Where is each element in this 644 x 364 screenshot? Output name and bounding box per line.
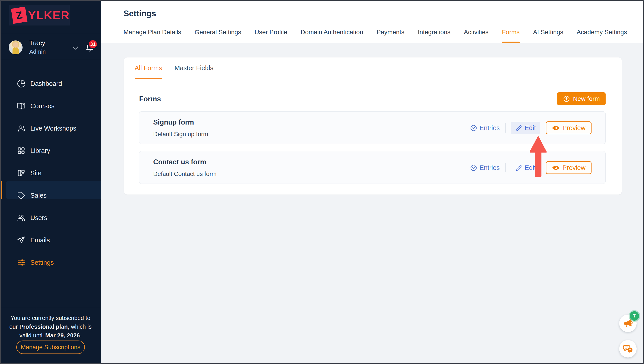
tab-integrations[interactable]: Integrations (418, 0, 450, 43)
subscription-text: You are currently subscribed to our Prof… (7, 314, 94, 340)
tab-forms[interactable]: Forms (502, 0, 520, 43)
forms-subtab-bar: All Forms Master Fields (124, 58, 622, 79)
sidebar-item-users[interactable]: Users (0, 207, 101, 229)
users-icon (17, 214, 26, 222)
form-title: Signup form (153, 118, 194, 126)
sidebar-item-sales[interactable]: Sales (0, 184, 101, 207)
entries-button[interactable]: Entries (470, 124, 500, 132)
annotation-arrow-up (528, 136, 548, 177)
paper-plane-icon (17, 236, 26, 244)
sidebar-item-emails[interactable]: Emails (0, 229, 101, 251)
book-open-icon (17, 102, 26, 110)
sidebar-item-courses[interactable]: Courses (0, 95, 101, 117)
pencil-icon (516, 124, 522, 131)
subscription-panel: You are currently subscribed to our Prof… (0, 308, 101, 364)
tag-icon (17, 191, 26, 200)
divider (505, 123, 506, 133)
check-circle-icon (470, 124, 477, 131)
tab-user-profile[interactable]: User Profile (254, 0, 287, 43)
tab-manage-plan-details[interactable]: Manage Plan Details (124, 0, 181, 43)
people-group-icon (17, 124, 26, 133)
logo-wordmark: YLKER (28, 9, 70, 22)
svg-text:?: ? (629, 348, 631, 352)
eye-icon (552, 124, 560, 131)
tab-domain-authentication[interactable]: Domain Authentication (300, 0, 363, 43)
entries-button[interactable]: Entries (470, 164, 500, 171)
sliders-icon (17, 258, 26, 267)
tab-academy-settings[interactable]: Academy Settings (576, 0, 627, 43)
form-subtitle: Default Contact us form (153, 170, 216, 177)
user-avatar[interactable] (9, 41, 22, 54)
preview-button[interactable]: Preview (546, 161, 592, 174)
sidebar: Z YLKER Tracy Admin 31 Dashboard Courses… (0, 0, 101, 364)
chevron-down-icon[interactable] (72, 44, 80, 51)
tab-payments[interactable]: Payments (376, 0, 404, 43)
sidebar-item-settings[interactable]: Settings (0, 251, 101, 274)
check-circle-icon (470, 164, 477, 171)
logo-z-letter: Z (15, 9, 23, 22)
tab-activities[interactable]: Activities (464, 0, 488, 43)
user-name: Tracy (29, 39, 45, 47)
zylker-logo: Z YLKER (10, 5, 70, 26)
sidebar-item-live-workshops[interactable]: Live Workshops (0, 117, 101, 139)
new-form-label: New form (573, 95, 600, 102)
edit-button[interactable]: Edit (511, 122, 540, 134)
form-subtitle: Default Sign up form (153, 131, 208, 138)
eye-icon (552, 164, 560, 171)
tab-general-settings[interactable]: General Settings (194, 0, 241, 43)
help-chat-icon: ? (623, 344, 633, 353)
user-role: Admin (29, 48, 46, 55)
forms-section-title: Forms (139, 95, 161, 103)
settings-tab-bar: Manage Plan Details General Settings Use… (124, 0, 627, 43)
help-button[interactable]: ? (619, 340, 637, 357)
pie-chart-icon (17, 79, 26, 88)
sidebar-item-library[interactable]: Library (0, 139, 101, 162)
divider (505, 163, 506, 172)
tab-ai-settings[interactable]: AI Settings (533, 0, 563, 43)
subtab-master-fields[interactable]: Master Fields (174, 57, 213, 79)
pencil-icon (516, 164, 522, 171)
subtab-all-forms[interactable]: All Forms (135, 57, 162, 79)
grid-icon (17, 146, 26, 155)
announcements-count-badge: 7 (630, 311, 639, 321)
new-form-button[interactable]: New form (557, 92, 606, 105)
sidebar-item-site[interactable]: Site (0, 162, 101, 184)
layout-icon (17, 169, 26, 177)
plus-circle-icon (563, 95, 570, 102)
sidebar-item-dashboard[interactable]: Dashboard (0, 72, 101, 95)
form-title: Contact us form (153, 158, 206, 166)
preview-button[interactable]: Preview (546, 121, 592, 134)
notification-badge: 31 (88, 39, 98, 49)
forms-section-header: Forms New form (139, 91, 606, 107)
divider (0, 60, 101, 60)
settings-header: Settings Manage Plan Details General Set… (101, 0, 644, 43)
manage-subscriptions-button[interactable]: Manage Subscriptions (16, 340, 85, 354)
logo-z-square: Z (11, 7, 28, 24)
divider (0, 34, 101, 34)
